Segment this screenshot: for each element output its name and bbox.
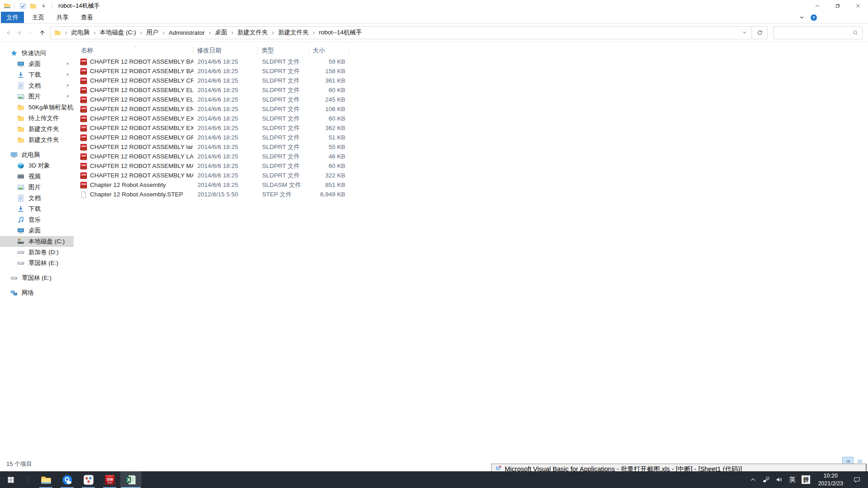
svg-text:SW: SW — [81, 97, 86, 100]
sidebar-item[interactable]: 下载 — [0, 70, 74, 80]
back-button[interactable] — [3, 27, 14, 38]
file-type: SLDPRT 文件 — [258, 153, 309, 161]
ribbon-tab[interactable]: 查看 — [77, 12, 97, 23]
vba-window-sliver[interactable]: Microsoft Visual Basic for Applications … — [491, 464, 867, 471]
file-name-cell: SW2015 CHAPTER 12 ROBOT ASSEMBLY BAS... — [77, 58, 193, 65]
sidebar-item[interactable]: 3D 对象 — [0, 160, 74, 171]
close-icon[interactable] — [848, 0, 868, 12]
sidebar-item[interactable]: 本地磁盘 (C:) — [0, 236, 74, 247]
volume-icon[interactable] — [773, 471, 786, 488]
column-header[interactable]: 大小 — [309, 46, 349, 55]
sidebar-item[interactable]: 待上传文件 — [0, 113, 74, 124]
taskbar-app-button[interactable] — [78, 471, 99, 488]
ribbon-tab[interactable]: 共享 — [52, 12, 73, 23]
file-size: 851 KB — [309, 181, 349, 188]
sidebar-item[interactable]: 视频 — [0, 171, 74, 182]
sidebar-item[interactable]: 新建文件夹 — [0, 124, 74, 135]
breadcrumb-item[interactable]: 桌面 — [205, 27, 227, 39]
taskbar-clock[interactable]: 10:20 2021/2/23 — [813, 472, 848, 488]
network-icon[interactable] — [760, 471, 773, 488]
search-input[interactable] — [777, 29, 853, 36]
table-row[interactable]: SW2015 CHAPTER 12 ROBOT ASSEMBLY MAI... … — [77, 171, 868, 180]
file-name: CHAPTER 12 ROBOT ASSEMBLY END... — [90, 106, 193, 112]
sidebar-item[interactable]: 文档 — [0, 193, 74, 204]
breadcrumb-item[interactable]: 用户 — [136, 27, 159, 39]
table-row[interactable]: SW2015 Chapter 12 Robot Assembly 2014/6/… — [77, 180, 868, 190]
file-name: CHAPTER 12 ROBOT ASSEMBLY BASE — [90, 68, 193, 74]
table-row[interactable]: SW2015 CHAPTER 12 ROBOT ASSEMBLY LAR... … — [77, 152, 868, 161]
table-row[interactable]: Chapter 12 Robot Assembly.STEP 2012/8/15… — [77, 190, 868, 199]
table-row[interactable]: SW2015 CHAPTER 12 ROBOT ASSEMBLY BASE 20… — [77, 66, 868, 76]
ribbon-tab[interactable]: 文件 — [1, 12, 24, 23]
ime-language-indicator[interactable]: 英 — [786, 475, 798, 484]
sidebar-item[interactable]: 图片 — [0, 182, 74, 193]
sidebar-item[interactable]: 新建文件夹 — [0, 135, 74, 145]
start-button[interactable] — [0, 471, 22, 488]
sidebar-item-icon — [10, 151, 18, 158]
address-dropdown-icon[interactable] — [738, 30, 751, 35]
help-icon[interactable]: ? — [810, 14, 817, 21]
ribbon-tab-bar: 文件 主页 共享 查看 ? — [0, 12, 868, 23]
sidebar-item[interactable]: 音乐 — [0, 214, 74, 225]
ime-pinyin-icon[interactable]: 拼 — [802, 475, 810, 484]
hidden-icons-button[interactable] — [746, 471, 760, 488]
sidebar-item[interactable]: 覃国林 (E:) — [0, 273, 74, 284]
recent-locations-button[interactable] — [25, 27, 37, 38]
column-header[interactable]: 修改日期 — [193, 46, 258, 55]
sidebar-item[interactable]: 桌面 — [0, 59, 74, 70]
taskbar-app-button[interactable]: X — [120, 471, 141, 488]
sidebar-item[interactable]: 新加卷 (D:) — [0, 247, 74, 258]
file-date: 2014/6/6 18:25 — [193, 58, 258, 65]
table-row[interactable]: SW2015 CHAPTER 12 ROBOT ASSEMBLY CRA... … — [77, 76, 868, 85]
refresh-icon[interactable] — [752, 30, 767, 36]
file-type: SLDPRT 文件 — [258, 58, 309, 66]
breadcrumb-item[interactable]: Administrator — [159, 27, 205, 39]
taskbar-app-icon — [41, 474, 52, 485]
sidebar-item[interactable]: 快速访问 — [0, 48, 74, 59]
restore-button[interactable] — [827, 0, 848, 12]
qat-properties-button[interactable] — [18, 1, 28, 11]
sidebar-item[interactable]: 桌面 — [0, 225, 74, 236]
taskbar-app-button[interactable]: SW2015 — [99, 471, 120, 488]
breadcrumb-item[interactable]: 新建文件夹 — [268, 27, 309, 39]
address-bar[interactable]: 此电脑 本地磁盘 (C:) 用户 Administrator 桌面 新建文件夹 … — [50, 26, 768, 39]
breadcrumb-item[interactable]: 本地磁盘 (C:) — [89, 27, 136, 39]
search-box[interactable] — [773, 26, 863, 39]
sidebar-item[interactable]: 50Kg单轴桁架机械 — [0, 102, 74, 113]
sidebar-item[interactable]: 图片 — [0, 91, 74, 102]
sidebar-item-icon — [17, 260, 24, 267]
table-row[interactable]: SW2015 CHAPTER 12 ROBOT ASSEMBLY ELB... … — [77, 95, 868, 104]
table-row[interactable]: SW2015 CHAPTER 12 ROBOT ASSEMBLY EXT... … — [77, 114, 868, 123]
table-row[interactable]: SW2015 CHAPTER 12 ROBOT ASSEMBLY END... … — [77, 104, 868, 114]
minimize-button[interactable] — [807, 0, 827, 12]
breadcrumb-item[interactable]: 新建文件夹 — [227, 27, 268, 39]
table-row[interactable]: SW2015 CHAPTER 12 ROBOT ASSEMBLY EXT... … — [77, 123, 868, 133]
taskbar-app-button[interactable] — [56, 471, 78, 488]
up-button[interactable] — [37, 27, 48, 38]
table-row[interactable]: SW2015 CHAPTER 12 ROBOT ASSEMBLY BAS... … — [77, 57, 868, 66]
forward-button[interactable] — [14, 27, 25, 38]
sidebar-item[interactable]: 网络 — [0, 288, 74, 298]
sidebar-item[interactable]: 此电脑 — [0, 149, 74, 160]
column-header[interactable]: 类型 — [258, 46, 309, 55]
table-row[interactable]: SW2015 CHAPTER 12 ROBOT ASSEMBLY larg...… — [77, 142, 868, 152]
table-row[interactable]: SW2015 CHAPTER 12 ROBOT ASSEMBLY ELB... … — [77, 85, 868, 95]
sidebar-item[interactable]: 文档 — [0, 80, 74, 91]
breadcrumb-item[interactable]: robot--14机械手 — [309, 27, 362, 39]
ribbon-tab[interactable]: 主页 — [28, 12, 48, 23]
breadcrumb-item[interactable]: 此电脑 — [61, 27, 89, 39]
sidebar-item[interactable]: 下载 — [0, 204, 74, 214]
table-row[interactable]: SW2015 CHAPTER 12 ROBOT ASSEMBLY MAI... … — [77, 161, 868, 171]
table-row[interactable]: SW2015 CHAPTER 12 ROBOT ASSEMBLY GRIP...… — [77, 133, 868, 142]
expand-ribbon-icon[interactable] — [799, 15, 804, 20]
qat-new-folder-button[interactable] — [28, 1, 38, 11]
sidebar-item-icon — [17, 93, 24, 100]
file-name-cell: SW2015 CHAPTER 12 ROBOT ASSEMBLY EXT... — [77, 125, 193, 132]
file-size: 59 KB — [309, 58, 349, 65]
taskbar-app-button[interactable] — [35, 471, 56, 488]
action-center-icon[interactable] — [848, 471, 866, 488]
file-size: 361 KB — [309, 77, 349, 84]
file-name-cell: SW2015 CHAPTER 12 ROBOT ASSEMBLY EXT... — [77, 115, 193, 122]
sidebar-item[interactable]: 覃国林 (E:) — [0, 258, 74, 269]
qat-customize-button[interactable] — [38, 1, 49, 11]
